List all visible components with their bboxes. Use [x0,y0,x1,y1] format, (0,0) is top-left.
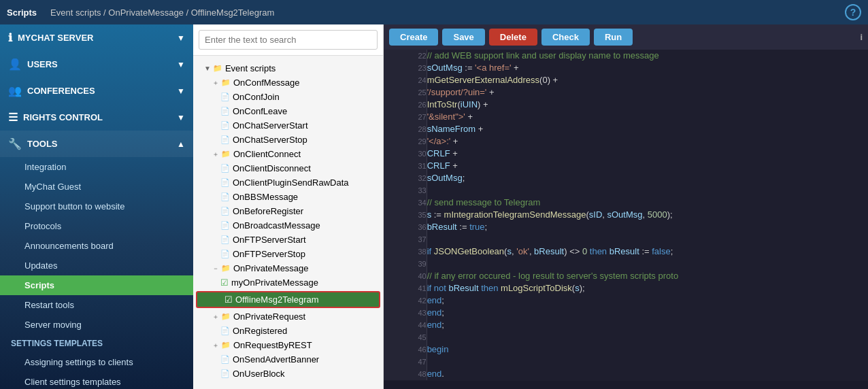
tree-onprivatemessage[interactable]: － 📁 OnPrivateMessage [193,261,383,275]
code-line-42: 42 end; [384,294,868,307]
code-line-22: 22 // add WEB support link and user disp… [384,50,868,62]
sidebar-item-support-button[interactable]: Support button to website [0,197,193,216]
tree-onconfjoin[interactable]: 📄 OnConfJoin [193,90,383,104]
tree-offlinemsg2telegram[interactable]: ☑ OfflineMsg2Telegram [196,291,380,308]
tree-onchatserverstart[interactable]: 📄 OnChatServerStart [193,118,383,133]
tree-onftpserverstop[interactable]: 📄 OnFTPServerStop [193,247,383,261]
tree-root-event-scripts[interactable]: ▼ 📁 Event scripts [193,61,383,75]
tree-onconfjoin-label: OnConfJoin [233,92,280,102]
users-chevron: ▼ [177,60,185,69]
tree-onbroadcastmessage[interactable]: 📄 OnBroadcastMessage [193,218,383,233]
sidebar-item-scripts[interactable]: Scripts [0,275,193,295]
tree-onbroadcastmessage-label: OnBroadcastMessage [233,220,320,231]
tree-myonprivatemessage[interactable]: ☑ myOnPrivateMessage [193,275,383,290]
code-line-26: 26 IntToStr(iUIN) + [384,99,868,111]
tree-onclientplugin[interactable]: 📄 OnClientPluginSendRawData [193,175,383,190]
onregistered-file-icon: 📄 [220,326,230,335]
code-panel: Create Save Delete Check Run i 22 // add… [384,24,868,389]
tree-onconfleave[interactable]: 📄 OnConfLeave [193,104,383,118]
code-line-33: 33 [384,184,868,197]
code-line-31: 31 CRLF + [384,160,868,172]
sidebar-item-server-moving[interactable]: Server moving [0,315,193,335]
horizontal-scrollbar[interactable] [384,381,868,389]
tree-onftpserverstop-label: OnFTPServerStop [233,249,305,259]
tree-onftpserverstart[interactable]: 📄 OnFTPServerStart [193,233,383,247]
tree-onregistered[interactable]: 📄 OnRegistered [193,324,383,338]
code-line-35: 35 s := mIntegrationTelegramSendMessage(… [384,209,868,221]
code-line-46: 46 begin [384,343,868,356]
main-layout: ℹ MYCHAT SERVER ▼ 👤 USERS ▼ 👥 CONFERENCE… [0,24,868,389]
code-line-25: 25 '/support/?uin=' + [384,86,868,99]
sidebar-server[interactable]: ℹ MYCHAT SERVER ▼ [0,24,193,51]
help-button[interactable]: ? [845,4,861,20]
tools-chevron: ▲ [177,139,185,149]
tree-onprivaterequest[interactable]: ＋ 📁 OnPrivateRequest [193,309,383,324]
run-button[interactable]: Run [594,29,633,46]
onclientconnect-expand: ＋ [212,150,219,159]
onbbsmessage-file-icon: 📄 [220,192,230,201]
tree-onchatserverstop[interactable]: 📄 OnChatServerStop [193,133,383,147]
save-button[interactable]: Save [442,29,484,46]
sidebar-item-assigning-settings[interactable]: Assigning settings to clients [0,352,193,372]
breadcrumb: Event scripts / OnPrivateMessage / Offli… [50,7,274,18]
sidebar-tools-label: TOOLS [27,139,58,149]
code-editor[interactable]: 22 // add WEB support link and user disp… [384,50,868,381]
sidebar-item-client-settings[interactable]: Client settings templates [0,372,193,389]
tree-onclientdisconnect[interactable]: 📄 OnClientDisconnect [193,161,383,175]
sidebar: ℹ MYCHAT SERVER ▼ 👤 USERS ▼ 👥 CONFERENCE… [0,24,193,389]
tree-onrequestbyrest-label: OnRequestByREST [233,340,312,350]
onsendadvertbanner-file-icon: 📄 [220,355,230,364]
sidebar-item-mychat-guest[interactable]: MyChat Guest [0,177,193,197]
server-chevron: ▼ [177,33,185,43]
tree-onsendadvertbanner[interactable]: 📄 OnSendAdvertBanner [193,352,383,367]
tree-onuserblock[interactable]: 📄 OnUserBlock [193,367,383,381]
code-line-34: 34 // send message to Telegram [384,197,868,209]
breadcrumb-path: Event scripts / OnPrivateMessage / [50,7,191,18]
onrequestbyrest-expand: ＋ [212,341,219,350]
info-icon: i [860,32,863,42]
delete-button[interactable]: Delete [489,29,537,46]
onconfleave-file-icon: 📄 [220,107,230,116]
check-button[interactable]: Check [541,29,590,46]
sidebar-item-updates[interactable]: Updates [0,256,193,275]
tree-onrequestbyrest[interactable]: ＋ 📁 OnRequestByREST [193,338,383,352]
tree-onclientconnect[interactable]: ＋ 📁 OnClientConnect [193,147,383,161]
tree-onconfmessage[interactable]: ＋ 📁 OnConfMessage [193,75,383,90]
tree-onftpserverstart-label: OnFTPServerStart [233,235,306,245]
tree-onbeforeregister[interactable]: 📄 OnBeforeRegister [193,204,383,218]
myonprivatemessage-check-icon: ☑ [220,277,229,288]
search-box [193,24,383,56]
offlinemsg2telegram-check-icon: ☑ [224,294,233,305]
onconfjoin-file-icon: 📄 [220,92,230,101]
onrequestbyrest-folder-icon: 📁 [221,341,231,350]
onconfmessage-folder-icon: 📁 [221,78,231,87]
onchatserverstop-file-icon: 📄 [220,135,230,144]
app-title: Scripts [7,7,37,18]
code-line-24: 24 mGetServerExternalAddress(0) + [384,74,868,86]
code-line-36: 36 bResult := true; [384,221,868,233]
tree-onconfleave-label: OnConfLeave [233,106,287,116]
tree-onbbsmessage-label: OnBBSMessage [233,192,298,202]
sidebar-conferences[interactable]: 👥 CONFERENCES ▼ [0,78,193,104]
onclientplugin-file-icon: 📄 [220,178,230,187]
tree-onclientplugin-label: OnClientPluginSendRawData [233,177,349,188]
sidebar-item-announcements[interactable]: Announcements board [0,236,193,256]
code-line-40: 40 // if any error occured - log result … [384,270,868,282]
search-input[interactable] [199,30,378,50]
tree-onbbsmessage[interactable]: 📄 OnBBSMessage [193,190,383,204]
sidebar-users[interactable]: 👤 USERS ▼ [0,51,193,78]
onchatserverstart-file-icon: 📄 [220,121,230,130]
create-button[interactable]: Create [389,29,438,46]
sidebar-rights[interactable]: ☰ RIGHTS CONTROL ▼ [0,104,193,131]
sidebar-item-protocols[interactable]: Protocols [0,216,193,236]
rights-chevron: ▼ [177,113,185,122]
settings-templates-header: Settings templates [0,335,193,352]
code-line-38: 38 if JSONGetBoolean(s, 'ok', bResult) <… [384,246,868,258]
sidebar-item-integration[interactable]: Integration [0,157,193,177]
sidebar-tools[interactable]: 🔧 TOOLS ▲ [0,131,193,157]
tree-onuserblock-label: OnUserBlock [233,369,285,379]
root-folder-icon: 📁 [213,64,222,73]
code-line-39: 39 [384,258,868,270]
sidebar-item-restart-tools[interactable]: Restart tools [0,295,193,315]
tree-onregistered-label: OnRegistered [233,326,287,336]
